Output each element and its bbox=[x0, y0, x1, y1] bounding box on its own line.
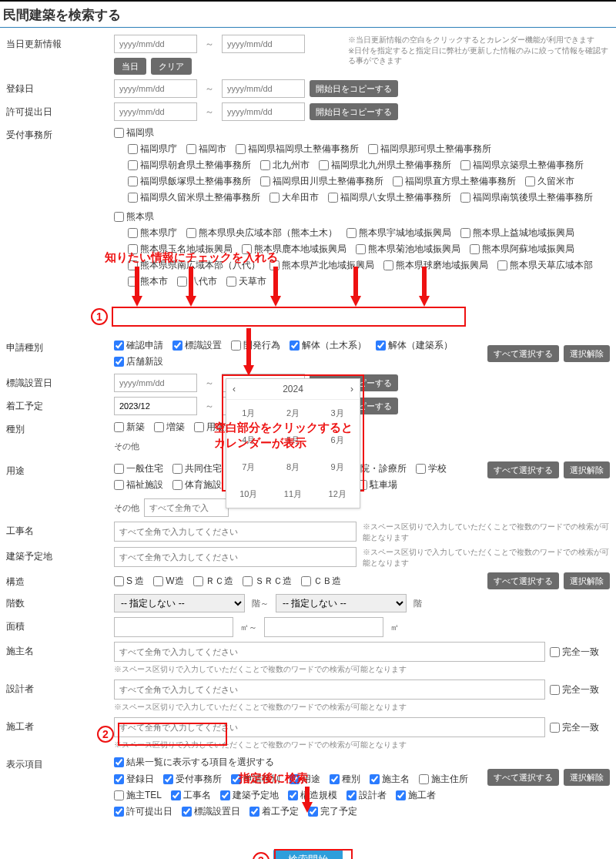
apptype-select-all[interactable]: すべて選択する bbox=[487, 345, 559, 362]
apptype-deselect[interactable]: 選択解除 bbox=[564, 345, 610, 362]
checkbox-item[interactable]: 解体（建築系） bbox=[376, 339, 453, 352]
use-other-input[interactable] bbox=[144, 498, 229, 517]
cal-month[interactable]: 9月 bbox=[315, 454, 360, 481]
cal-month[interactable]: 8月 bbox=[271, 454, 316, 481]
area-from[interactable] bbox=[114, 617, 233, 637]
workname-input[interactable] bbox=[114, 522, 357, 542]
checkbox-item[interactable]: 構造規模 bbox=[288, 789, 337, 802]
checkbox-item[interactable]: 開発行為 bbox=[231, 339, 280, 352]
calendar-popup[interactable]: ‹ 2024 › 1月2月3月4月5月6月7月8月9月10月11月12月 bbox=[226, 378, 360, 508]
cal-month[interactable]: 1月 bbox=[226, 400, 271, 427]
checkbox-item[interactable]: 一般住宅 bbox=[114, 462, 163, 475]
cal-month[interactable]: 4月 bbox=[226, 427, 271, 454]
checkbox-item[interactable]: 熊本県宇城地域振興局 bbox=[346, 226, 451, 240]
checkbox-item[interactable]: 用途 bbox=[290, 773, 320, 786]
checkbox-item[interactable]: 福岡県北九州県土整備事務所 bbox=[319, 159, 451, 172]
checkbox-item[interactable]: 福岡県南筑後県土整備事務所 bbox=[460, 191, 593, 204]
cal-month[interactable]: 2月 bbox=[271, 400, 316, 427]
checkbox-item[interactable]: 八代市 bbox=[177, 275, 217, 288]
checkbox-item[interactable]: 施工者 bbox=[396, 789, 436, 802]
checkbox-item[interactable]: 共同住宅 bbox=[172, 462, 222, 475]
checkbox-item[interactable]: 熊本市 bbox=[128, 275, 168, 288]
checkbox-item[interactable]: 設計者 bbox=[346, 789, 387, 802]
checkbox-item[interactable]: 施主名 bbox=[370, 773, 410, 786]
cb-pref-fukuoka[interactable]: 福岡県 bbox=[114, 126, 154, 139]
checkbox-item[interactable]: 駐車場 bbox=[357, 478, 397, 492]
checkbox-item[interactable]: 工事名 bbox=[171, 789, 211, 802]
cal-month[interactable]: 5月 bbox=[271, 427, 316, 454]
checkbox-item[interactable]: 久留米市 bbox=[525, 175, 574, 188]
owner-input[interactable] bbox=[114, 642, 545, 662]
checkbox-item[interactable]: 着工予定 bbox=[249, 805, 299, 818]
builder-input[interactable] bbox=[114, 717, 545, 737]
signdate-from[interactable] bbox=[114, 374, 197, 392]
checkbox-item[interactable]: 福岡県福岡県土整備事務所 bbox=[236, 143, 359, 156]
register-to[interactable] bbox=[222, 79, 305, 98]
btn-copy-start-permit[interactable]: 開始日をコピーする bbox=[310, 103, 398, 120]
checkbox-item[interactable]: 福岡県庁 bbox=[128, 143, 177, 156]
checkbox-item[interactable]: ＲＣ造 bbox=[193, 575, 233, 588]
structure-deselect[interactable]: 選択解除 bbox=[564, 572, 610, 589]
cal-month[interactable]: 6月 bbox=[315, 427, 360, 454]
checkbox-item[interactable]: 増築 bbox=[154, 421, 185, 434]
permit-from[interactable] bbox=[114, 102, 197, 121]
structure-select-all[interactable]: すべて選択する bbox=[487, 572, 559, 589]
checkbox-item[interactable]: 種別 bbox=[330, 773, 360, 786]
checkbox-item[interactable]: ＳＲＣ造 bbox=[243, 575, 292, 588]
checkbox-item[interactable]: 福岡市 bbox=[186, 143, 226, 156]
register-from[interactable] bbox=[114, 79, 197, 98]
checkbox-item[interactable]: 学校 bbox=[416, 462, 447, 475]
checkbox-item[interactable]: 福岡県田川県土整備事務所 bbox=[260, 175, 383, 188]
permit-to[interactable] bbox=[222, 102, 305, 121]
checkbox-item[interactable]: 熊本県菊池地域振興局 bbox=[356, 243, 460, 256]
btn-copy-start-register[interactable]: 開始日をコピーする bbox=[310, 80, 398, 97]
owner-exact[interactable]: 完全一致 bbox=[550, 646, 599, 659]
checkbox-item[interactable]: 施主TEL bbox=[114, 789, 162, 802]
site-input[interactable] bbox=[114, 547, 357, 567]
checkbox-item[interactable]: 熊本県玉名地域振興局 bbox=[128, 243, 233, 256]
checkbox-item[interactable]: 福岡県久留米県土整備事務所 bbox=[128, 191, 260, 204]
checkbox-item[interactable]: 福岡県飯塚県土整備事務所 bbox=[128, 175, 251, 188]
floors-from[interactable]: -- 指定しない -- bbox=[114, 594, 245, 612]
cal-month[interactable]: 3月 bbox=[315, 400, 360, 427]
checkbox-item[interactable]: 北九州市 bbox=[260, 159, 310, 172]
checkbox-item[interactable]: W造 bbox=[153, 575, 183, 588]
checkbox-item[interactable]: 解体（土木系） bbox=[290, 339, 367, 352]
checkbox-item[interactable]: 体育施設 bbox=[172, 478, 222, 492]
checkbox-item[interactable]: 福岡県直方県土整備事務所 bbox=[393, 175, 516, 188]
checkbox-item[interactable]: 福岡県京築県土整備事務所 bbox=[460, 159, 584, 172]
update-to[interactable] bbox=[222, 35, 305, 53]
checkbox-item[interactable]: 確認申請 bbox=[114, 339, 163, 352]
checkbox-item[interactable]: 標識設置 bbox=[172, 339, 222, 352]
floors-to[interactable]: -- 指定しない -- bbox=[276, 594, 407, 612]
startplan-from[interactable] bbox=[114, 397, 197, 415]
designer-input[interactable] bbox=[114, 679, 545, 700]
display-select-all[interactable]: すべて選択する bbox=[487, 769, 559, 786]
checkbox-item[interactable]: 申請種別 bbox=[231, 773, 280, 786]
cal-month[interactable]: 12月 bbox=[315, 481, 360, 508]
use-select-all[interactable]: すべて選択する bbox=[487, 461, 559, 478]
checkbox-item[interactable]: ＣＢ造 bbox=[301, 575, 341, 588]
display-lead[interactable]: 結果一覧に表示する項目を選択する bbox=[114, 756, 274, 769]
checkbox-item[interactable]: 熊本県芦北地域振興局 bbox=[270, 259, 374, 272]
cal-month[interactable]: 7月 bbox=[226, 454, 271, 481]
search-button[interactable]: 検索開始 bbox=[273, 849, 343, 859]
checkbox-item[interactable]: 店舗新設 bbox=[114, 355, 163, 368]
cal-next-icon[interactable]: › bbox=[350, 384, 353, 394]
cal-month[interactable]: 11月 bbox=[271, 481, 316, 508]
checkbox-item[interactable]: 大牟田市 bbox=[270, 191, 319, 204]
update-from[interactable] bbox=[114, 35, 197, 53]
checkbox-item[interactable]: 受付事務所 bbox=[163, 773, 222, 786]
checkbox-item[interactable]: 熊本県庁 bbox=[128, 226, 177, 240]
cal-prev-icon[interactable]: ‹ bbox=[233, 384, 236, 394]
checkbox-item[interactable]: 新築 bbox=[114, 421, 145, 434]
checkbox-item[interactable]: 熊本県県央広域本部（熊本土木） bbox=[186, 226, 337, 240]
checkbox-item[interactable]: 熊本県球磨地域振興局 bbox=[383, 259, 488, 272]
checkbox-item[interactable]: 福岡県八女県土整備事務所 bbox=[328, 191, 451, 204]
btn-today[interactable]: 当日 bbox=[114, 58, 146, 75]
checkbox-item[interactable]: 熊本県阿蘇地域振興局 bbox=[470, 243, 574, 256]
checkbox-item[interactable]: 福祉施設 bbox=[114, 478, 163, 492]
checkbox-item[interactable]: 天草市 bbox=[226, 275, 266, 288]
builder-exact[interactable]: 完全一致 bbox=[550, 721, 599, 734]
checkbox-item[interactable]: 福岡県朝倉県土整備事務所 bbox=[128, 159, 251, 172]
